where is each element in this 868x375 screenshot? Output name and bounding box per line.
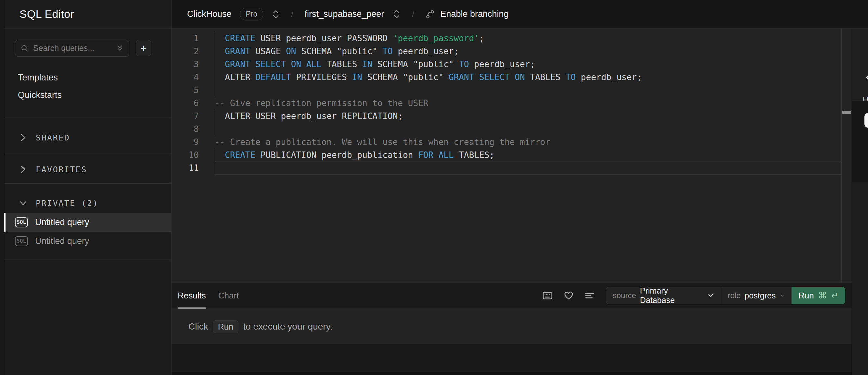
chevron-left-icon[interactable] <box>865 73 868 82</box>
search-placeholder: Search queries... <box>33 43 112 53</box>
line-number: 5 <box>172 84 215 97</box>
sidebar-item-templates[interactable]: Templates <box>4 69 171 86</box>
code-text[interactable] <box>215 123 841 136</box>
run-kbd-hint: Run <box>213 320 239 333</box>
sidebar-item-quickstarts[interactable]: Quickstarts <box>4 86 171 104</box>
code-line[interactable]: 10 CREATE PUBLICATION peerdb_publication… <box>172 148 852 162</box>
tab-chart[interactable]: Chart <box>218 282 239 308</box>
code-line[interactable]: 4 ALTER DEFAULT PRIVILEGES IN SCHEMA "pu… <box>172 71 852 84</box>
bottom-strip <box>172 372 852 375</box>
breadcrumb-org[interactable]: ClickHouse <box>187 9 231 19</box>
editor-scrollbar-track <box>841 29 842 282</box>
code-text[interactable]: CREATE USER peerdb_user PASSWORD 'peerdb… <box>215 32 841 45</box>
results-header: Results Chart <box>172 282 852 309</box>
clipped-button[interactable] <box>864 113 868 128</box>
panel-section <box>852 101 868 182</box>
line-number: 7 <box>172 110 215 123</box>
sidebar-header: SQL Editor <box>4 0 171 29</box>
section-private[interactable]: PRIVATE (2) <box>4 194 171 212</box>
breadcrumb-project[interactable]: first_supabase_peer <box>305 9 384 19</box>
breadcrumb-separator: / <box>409 9 417 19</box>
code-text[interactable]: GRANT SELECT ON ALL TABLES IN SCHEMA "pu… <box>215 58 841 71</box>
scrollbar-thumb[interactable] <box>842 111 851 114</box>
results-panel: Results Chart <box>172 282 852 375</box>
panel-section <box>852 182 868 375</box>
favorite-heart-icon[interactable] <box>564 291 574 301</box>
sql-file-icon: SQL <box>15 236 28 246</box>
topbar: ClickHouse Pro / first_supabase_peer / E… <box>172 0 868 29</box>
enter-key-icon: ↵ <box>831 290 839 301</box>
code-lines: 1 CREATE USER peerdb_user PASSWORD 'peer… <box>172 32 852 174</box>
query-item-selected[interactable]: SQL Untitled query <box>4 213 171 232</box>
code-text[interactable] <box>215 84 841 97</box>
sql-editor[interactable]: 1 CREATE USER peerdb_user PASSWORD 'peer… <box>172 29 852 282</box>
left-rail <box>0 0 4 375</box>
code-line[interactable]: 7 ALTER USER peerdb_user REPLICATION; <box>172 110 852 123</box>
code-text[interactable] <box>215 162 841 174</box>
code-line[interactable]: 5 <box>172 84 852 97</box>
role-select[interactable]: role postgres <box>721 287 792 304</box>
line-number: 11 <box>172 162 215 174</box>
code-line[interactable]: 6-- Give replication permission to the U… <box>172 97 852 110</box>
code-text[interactable]: ALTER DEFAULT PRIVILEGES IN SCHEMA "publ… <box>215 71 841 84</box>
sql-file-icon: SQL <box>15 217 28 228</box>
chevron-down-icon <box>19 198 27 208</box>
divider <box>4 118 171 118</box>
double-chevron-down-icon <box>116 44 124 53</box>
chevron-down-icon <box>707 292 714 299</box>
git-branch-icon <box>425 9 435 19</box>
line-number: 1 <box>172 32 215 45</box>
section-favorites[interactable]: FAVORITES <box>4 160 171 178</box>
chevron-right-icon <box>19 133 27 142</box>
command-key-icon: ⌘ <box>818 290 827 301</box>
divider <box>4 155 171 156</box>
code-line[interactable]: 11 <box>172 162 852 174</box>
code-line[interactable]: 3 GRANT SELECT ON ALL TABLES IN SCHEMA "… <box>172 58 852 71</box>
query-item[interactable]: SQL Untitled query <box>4 232 171 250</box>
code-line[interactable]: 9-- Create a publication. We will use th… <box>172 136 852 148</box>
new-query-button[interactable]: + <box>136 40 151 56</box>
chevron-down-icon <box>780 292 785 299</box>
source-select[interactable]: source Primary Database <box>606 287 721 304</box>
code-text[interactable]: CREATE PUBLICATION peerdb_publication FO… <box>215 148 841 162</box>
code-line[interactable]: 8 <box>172 123 852 136</box>
results-empty-state: Click Run to execute your query. <box>172 309 852 344</box>
divider <box>4 183 171 183</box>
code-line[interactable]: 2 GRANT USAGE ON SCHEMA "public" TO peer… <box>172 45 852 58</box>
chevron-right-icon <box>19 165 27 174</box>
page-title: SQL Editor <box>20 8 74 21</box>
search-input[interactable]: Search queries... <box>15 40 129 57</box>
line-number: 10 <box>172 148 215 162</box>
code-text[interactable]: GRANT USAGE ON SCHEMA "public" TO peerdb… <box>215 45 841 58</box>
code-text[interactable]: ALTER USER peerdb_user REPLICATION; <box>215 110 841 123</box>
align-left-icon[interactable] <box>585 291 595 301</box>
line-number: 2 <box>172 45 215 58</box>
run-button[interactable]: Run ⌘ ↵ <box>792 287 845 304</box>
code-text[interactable]: -- Give replication permission to the US… <box>215 97 841 110</box>
search-icon <box>21 44 29 52</box>
code-text[interactable]: -- Create a publication. We will use thi… <box>215 136 841 148</box>
code-line[interactable]: 1 CREATE USER peerdb_user PASSWORD 'peer… <box>172 32 852 45</box>
results-footer <box>172 344 852 375</box>
section-shared[interactable]: SHARED <box>4 129 171 147</box>
tab-results[interactable]: Results <box>178 282 206 308</box>
enable-branching-button[interactable]: Enable branching <box>425 9 508 19</box>
line-number: 3 <box>172 58 215 71</box>
keyboard-shortcuts-icon[interactable] <box>542 291 553 301</box>
line-number: 6 <box>172 97 215 110</box>
chevrons-up-down-icon[interactable] <box>272 9 280 19</box>
chevrons-up-down-icon[interactable] <box>393 9 401 19</box>
selected-indicator <box>4 213 5 232</box>
line-number: 8 <box>172 123 215 136</box>
divider <box>4 260 171 260</box>
plan-badge: Pro <box>240 8 264 21</box>
sidebar: SQL Editor Search queries... + Templates <box>4 0 172 375</box>
line-number: 9 <box>172 136 215 148</box>
assistant-panel-collapsed[interactable]: H a <box>852 29 868 375</box>
breadcrumb-separator: / <box>288 9 296 19</box>
line-number: 4 <box>172 71 215 84</box>
